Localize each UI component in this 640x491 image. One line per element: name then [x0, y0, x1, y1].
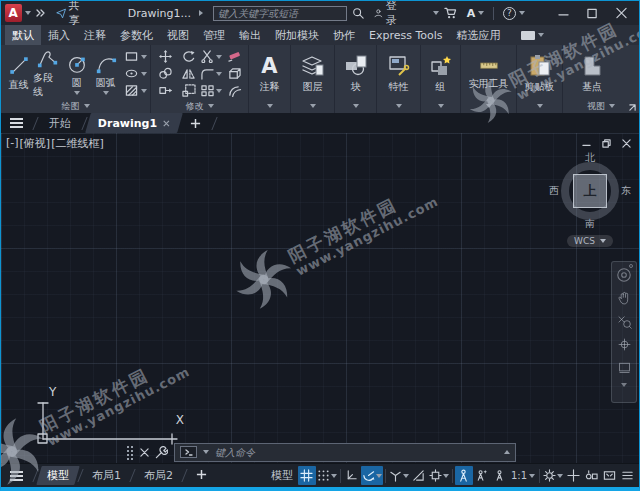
- mirror-tool[interactable]: [181, 67, 196, 80]
- copy-tool[interactable]: [158, 67, 173, 80]
- navigation-wheel-icon[interactable]: [616, 267, 632, 283]
- app-store-button[interactable]: [444, 7, 457, 19]
- drawing-restore-button[interactable]: [602, 139, 611, 148]
- viewport-menu-control[interactable]: [-]: [6, 136, 19, 151]
- clean-screen-button[interactable]: [600, 466, 618, 485]
- object-snap-toggle[interactable]: [428, 466, 450, 485]
- isometric-caret-icon[interactable]: [403, 474, 409, 478]
- draw-panel-label[interactable]: 绘图: [1, 99, 150, 113]
- arc-tool[interactable]: 圆弧: [91, 53, 120, 95]
- model-tab[interactable]: 模型: [36, 466, 79, 485]
- ribbon-tab-annotate[interactable]: 注释: [77, 25, 113, 45]
- start-tab[interactable]: 开始: [39, 113, 81, 133]
- scale-tool[interactable]: [181, 84, 196, 97]
- layers-button[interactable]: 图层: [294, 54, 331, 94]
- circle-split-caret-icon[interactable]: [74, 91, 80, 95]
- close-button[interactable]: [616, 7, 627, 19]
- crosshair-button[interactable]: [564, 466, 582, 485]
- polar-caret-icon[interactable]: [376, 474, 382, 478]
- basepoint-button[interactable]: 基点: [573, 54, 611, 94]
- layout-menu-button[interactable]: [10, 471, 23, 481]
- sign-in-button[interactable]: 登录: [374, 0, 402, 28]
- paste-button[interactable]: 剪贴板: [521, 54, 559, 94]
- polyline-tool[interactable]: 多段线: [33, 48, 62, 99]
- properties-button[interactable]: 特性: [380, 54, 417, 94]
- explode-tool[interactable]: [227, 67, 242, 80]
- command-line-grip[interactable]: [126, 445, 134, 460]
- block-insert-button[interactable]: 块: [338, 54, 373, 94]
- quick-access-expand-button[interactable]: [36, 9, 46, 17]
- erase-tool[interactable]: [227, 50, 242, 63]
- help-button[interactable]: ?: [503, 7, 525, 20]
- ribbon-tab-featured-apps[interactable]: 精选应用: [450, 25, 508, 45]
- navigation-bar[interactable]: [611, 261, 637, 403]
- new-drawing-tab-button[interactable]: [180, 113, 211, 133]
- command-line-close-icon[interactable]: [140, 448, 149, 457]
- measure-button[interactable]: 实用工具: [464, 57, 513, 91]
- workspace-caret-icon[interactable]: [557, 474, 563, 478]
- autodesk-app-button[interactable]: A: [467, 7, 485, 20]
- block-panel-caret[interactable]: [335, 99, 376, 113]
- snap-toggle[interactable]: [316, 466, 338, 485]
- isometric-drafting-toggle[interactable]: [388, 466, 410, 485]
- annotation-visibility-toggle[interactable]: [455, 466, 473, 485]
- viewport-view-control[interactable]: [俯视]: [20, 136, 51, 151]
- view-panel-label[interactable]: 视图: [563, 99, 639, 113]
- snap-caret-icon[interactable]: [331, 474, 337, 478]
- tab-close-icon[interactable]: [163, 120, 170, 127]
- ellipse-tool[interactable]: [125, 67, 147, 80]
- ribbon-tab-manage[interactable]: 管理: [196, 25, 232, 45]
- search-button[interactable]: [352, 7, 364, 19]
- command-expand-caret-icon[interactable]: [504, 450, 510, 454]
- zoom-icon[interactable]: [617, 314, 632, 329]
- workspace-switching-button[interactable]: [542, 466, 564, 485]
- properties-panel-caret[interactable]: [377, 99, 420, 113]
- ribbon-tab-insert[interactable]: 插入: [41, 25, 77, 45]
- command-history-caret-icon[interactable]: [203, 450, 209, 454]
- minimize-button[interactable]: [558, 7, 569, 19]
- navbar-caret-icon[interactable]: [621, 383, 627, 387]
- annotate-button[interactable]: A 注释: [252, 54, 287, 94]
- layout2-tab[interactable]: 布局2: [136, 466, 181, 485]
- command-customize-wrench-icon[interactable]: [155, 446, 168, 459]
- ribbon-tab-parametric[interactable]: 参数化: [113, 25, 160, 45]
- app-menu-caret-icon[interactable]: [25, 11, 31, 15]
- annotation-scale-value[interactable]: 1:1: [509, 466, 537, 485]
- circle-tool[interactable]: 圆: [62, 53, 91, 95]
- pan-hand-icon[interactable]: [617, 291, 632, 306]
- drawing-close-button[interactable]: [622, 139, 631, 148]
- application-menu-button[interactable]: A: [5, 4, 22, 22]
- view-dialog-launcher-icon[interactable]: [629, 104, 636, 111]
- layers-panel-caret[interactable]: [291, 99, 334, 113]
- navbar-handle[interactable]: [629, 264, 633, 268]
- fillet-tool[interactable]: [200, 67, 222, 80]
- ribbon-tab-view[interactable]: 视图: [160, 25, 196, 45]
- ribbon-tab-express-tools[interactable]: Express Tools: [362, 25, 450, 45]
- grid-toggle[interactable]: [298, 466, 316, 485]
- new-layout-button[interactable]: [188, 467, 215, 485]
- rotate-tool[interactable]: [181, 50, 196, 63]
- hatch-tool[interactable]: [125, 84, 147, 97]
- showmotion-icon[interactable]: [617, 360, 632, 375]
- wcs-menu[interactable]: WCS: [567, 235, 613, 247]
- isolate-objects-button[interactable]: [582, 466, 600, 485]
- ortho-toggle[interactable]: [343, 466, 361, 485]
- compass-south[interactable]: 南: [585, 217, 595, 231]
- stretch-tool[interactable]: [158, 84, 173, 97]
- ribbon-tab-output[interactable]: 输出: [232, 25, 268, 45]
- drawing-minimize-button[interactable]: [582, 139, 591, 148]
- sign-in-caret-icon[interactable]: [433, 11, 439, 15]
- polar-tracking-toggle[interactable]: [361, 466, 383, 485]
- maximize-button[interactable]: [587, 7, 598, 19]
- line-tool[interactable]: 直线: [4, 55, 33, 92]
- title-caret-icon[interactable]: [199, 10, 203, 16]
- command-line-bar[interactable]: [174, 443, 516, 462]
- viewcube-top-face[interactable]: 上: [573, 174, 607, 208]
- offset-tool[interactable]: [227, 84, 242, 97]
- move-tool[interactable]: [158, 50, 173, 63]
- layout1-tab[interactable]: 布局1: [84, 466, 129, 485]
- annotation-scale-icon-button[interactable]: [491, 466, 509, 485]
- viewport-visual-style-control[interactable]: [二维线框]: [51, 136, 104, 151]
- clipboard-panel-caret[interactable]: [517, 99, 562, 113]
- group-button[interactable]: 组: [424, 54, 457, 94]
